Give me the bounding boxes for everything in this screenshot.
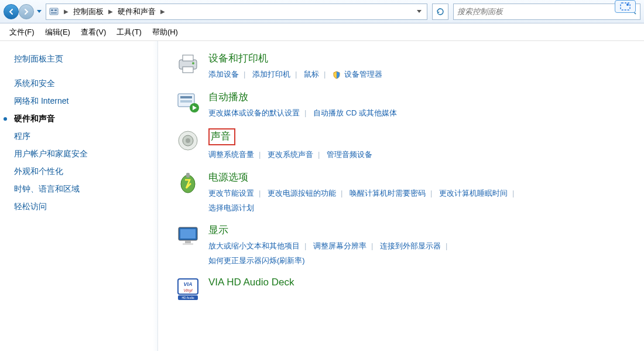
menu-view[interactable]: 查看(V): [76, 26, 111, 39]
category-title-via[interactable]: VIA HD Audio Deck: [208, 277, 294, 288]
snipping-widget[interactable]: [615, 0, 636, 13]
search-box[interactable]: [453, 4, 640, 20]
breadcrumb-bar[interactable]: ▶ 控制面板 ▶ 硬件和声音 ▶: [46, 4, 427, 20]
link-external-display[interactable]: 连接到外部显示器: [380, 241, 441, 250]
search-input[interactable]: [457, 7, 628, 16]
printer-icon: [176, 52, 200, 76]
category-devices-printers: 设备和打印机 添加设备| 添加打印机| 鼠标| 设备管理器: [176, 52, 632, 82]
svg-rect-22: [180, 229, 196, 238]
category-autoplay: 自动播放 更改媒体或设备的默认设置| 自动播放 CD 或其他媒体: [176, 90, 632, 121]
sidebar-item-network[interactable]: 网络和 Internet: [12, 93, 152, 110]
chevron-right-icon: ▶: [158, 8, 167, 15]
sidebar: 控制面板主页 系统和安全 网络和 Internet 硬件和声音 程序 用户帐户和…: [0, 41, 158, 351]
svg-rect-13: [180, 96, 192, 98]
nav-history-dropdown[interactable]: [35, 8, 43, 16]
link-add-device[interactable]: 添加设备: [208, 70, 239, 79]
sidebar-item-clock-region[interactable]: 时钟、语言和区域: [12, 180, 152, 198]
category-via-audio: VIAVinylHD Audio VIA HD Audio Deck: [176, 277, 632, 301]
svg-text:VIA: VIA: [183, 281, 192, 287]
speaker-icon: [176, 128, 200, 153]
menu-bar: 文件(F) 编辑(E) 查看(V) 工具(T) 帮助(H): [0, 23, 644, 41]
link-wake-password[interactable]: 唤醒计算机时需要密码: [350, 189, 426, 197]
category-power: 电源选项 更改节能设置| 更改电源按钮的功能| 唤醒计算机时需要密码| 更改计算…: [176, 171, 632, 215]
svg-rect-24: [183, 243, 193, 245]
svg-point-18: [186, 138, 190, 143]
category-display: 显示 放大或缩小文本和其他项目| 调整屏幕分辨率| 连接到外部显示器| 如何更正…: [176, 223, 632, 268]
sidebar-item-home[interactable]: 控制面板主页: [12, 50, 152, 68]
category-title-autoplay[interactable]: 自动播放: [208, 90, 248, 104]
breadcrumb-item-control-panel[interactable]: 控制面板: [71, 5, 106, 18]
sidebar-item-system-security[interactable]: 系统和安全: [12, 75, 152, 93]
autoplay-icon: [176, 90, 200, 115]
sidebar-item-accounts[interactable]: 用户帐户和家庭安全: [12, 145, 152, 163]
svg-point-11: [192, 62, 194, 64]
link-choose-power-plan[interactable]: 选择电源计划: [208, 203, 254, 212]
svg-rect-2: [50, 8, 58, 15]
svg-point-1: [626, 4, 629, 6]
link-autoplay-cd[interactable]: 自动播放 CD 或其他媒体: [313, 108, 397, 117]
link-change-media-defaults[interactable]: 更改媒体或设备的默认设置: [208, 108, 300, 117]
menu-file[interactable]: 文件(F): [5, 26, 39, 39]
svg-text:HD Audio: HD Audio: [181, 296, 194, 299]
link-add-printer[interactable]: 添加打印机: [252, 70, 290, 79]
svg-rect-23: [185, 241, 191, 243]
link-manage-audio[interactable]: 管理音频设备: [327, 150, 372, 159]
svg-rect-10: [183, 67, 193, 73]
svg-rect-4: [54, 9, 57, 11]
shield-icon: [333, 71, 341, 79]
link-device-manager[interactable]: 设备管理器: [344, 70, 382, 79]
sidebar-item-programs[interactable]: 程序: [12, 128, 152, 145]
category-sound: 声音 调整系统音量| 更改系统声音| 管理音频设备: [176, 128, 632, 162]
link-sleep-time[interactable]: 更改计算机睡眠时间: [439, 189, 508, 197]
svg-rect-3: [51, 9, 53, 11]
breadcrumb-dropdown[interactable]: [414, 5, 424, 19]
svg-text:Vinyl: Vinyl: [183, 288, 192, 293]
category-title-power[interactable]: 电源选项: [208, 171, 248, 184]
power-icon: [176, 171, 200, 195]
sidebar-item-appearance[interactable]: 外观和个性化: [12, 163, 152, 180]
refresh-button[interactable]: [432, 4, 448, 20]
link-change-sounds[interactable]: 更改系统声音: [268, 150, 313, 159]
link-adjust-volume[interactable]: 调整系统音量: [208, 150, 254, 159]
chevron-right-icon: ▶: [61, 8, 71, 15]
category-title-devices[interactable]: 设备和打印机: [208, 52, 268, 65]
svg-rect-20: [186, 173, 190, 178]
svg-rect-9: [183, 55, 193, 61]
link-mouse[interactable]: 鼠标: [304, 70, 319, 79]
main-area: 控制面板主页 系统和安全 网络和 Internet 硬件和声音 程序 用户帐户和…: [0, 41, 644, 351]
nav-buttons: [4, 4, 43, 19]
address-bar: ▶ 控制面板 ▶ 硬件和声音 ▶: [0, 0, 644, 23]
menu-help[interactable]: 帮助(H): [148, 26, 183, 39]
link-power-button[interactable]: 更改电源按钮的功能: [268, 189, 336, 197]
sidebar-item-ease-of-access[interactable]: 轻松访问: [12, 198, 152, 216]
svg-rect-5: [51, 12, 57, 13]
via-icon: VIAVinylHD Audio: [176, 277, 200, 301]
control-panel-icon: [49, 6, 59, 17]
svg-rect-14: [180, 100, 192, 103]
menu-tools[interactable]: 工具(T): [112, 26, 146, 39]
category-title-display[interactable]: 显示: [208, 223, 228, 237]
menu-edit[interactable]: 编辑(E): [40, 26, 75, 39]
forward-button[interactable]: [19, 4, 34, 19]
link-text-size[interactable]: 放大或缩小文本和其他项目: [208, 241, 300, 250]
display-icon: [176, 223, 200, 248]
sidebar-item-hardware-sound[interactable]: 硬件和声音: [12, 110, 152, 128]
content-pane: 设备和打印机 添加设备| 添加打印机| 鼠标| 设备管理器 自动播放 更改媒体或…: [158, 41, 644, 351]
category-title-sound[interactable]: 声音: [208, 128, 235, 145]
breadcrumb-item-hardware-sound[interactable]: 硬件和声音: [115, 5, 158, 18]
link-resolution[interactable]: 调整屏幕分辨率: [313, 241, 366, 250]
back-button[interactable]: [4, 4, 19, 19]
link-refresh-rate[interactable]: 如何更正显示器闪烁(刷新率): [208, 256, 305, 265]
link-power-saving[interactable]: 更改节能设置: [208, 189, 254, 197]
chevron-right-icon: ▶: [106, 8, 115, 15]
